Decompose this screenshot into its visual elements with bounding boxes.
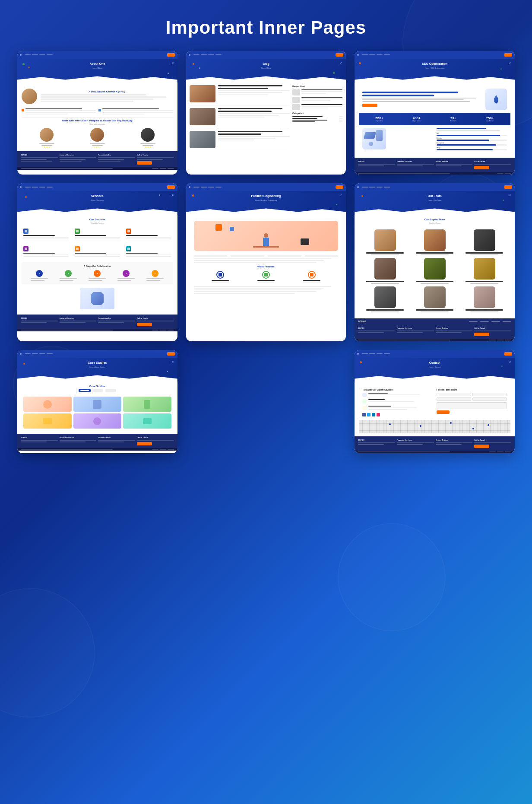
team-photo-3 [474,229,495,251]
form-submit-btn[interactable] [437,410,450,414]
footer-col-1: TOPKIE [21,154,58,165]
case-hero-subtitle: Home / Case Studies [22,366,173,368]
seo-content: 550+ Project Done 433+ Happy Clients 73+… [355,83,515,158]
team-avatar-2 [90,128,104,142]
team-section-subtitle: Meet the Team [359,222,510,224]
twitter-icon[interactable] [367,413,370,416]
step-3: 3 [89,270,106,282]
case-footer: TOPKIE Featured Services Recent Articles… [17,434,177,448]
pe-nav [186,183,346,191]
services-card: ↗ Services Home / Services Our Services … [17,183,177,341]
sidebar-post-1 [292,89,342,95]
service-seo [22,227,70,242]
map-marker-2 [420,425,421,427]
seo-nav-btn[interactable] [504,53,512,57]
blog-hero: ↗ Blog Home / Blog [186,59,346,83]
facebook-icon[interactable] [362,413,366,416]
team-card-1 [361,229,408,255]
seo-nav [355,51,515,59]
form-lastname[interactable] [472,393,507,396]
footer-col-3: Recent Articles [98,154,135,165]
service-ppc [22,245,70,260]
blog-info-2 [218,108,290,125]
wp-1 [212,271,229,283]
seo-award: SEO Marketing Development Design [359,125,510,154]
contact-hero: ↗ Contact Home / Contact [355,358,515,381]
pe-content: Work Process [186,215,346,300]
blog-thumb-3 [190,131,215,148]
footer-cta[interactable] [137,161,152,165]
services-nav-btn[interactable] [167,185,175,189]
case-nav-btn[interactable] [167,352,175,356]
blog-sidebar: Recent Post [292,85,342,154]
team-hero-arrow: ↗ [508,194,511,197]
about-nav-btn[interactable] [167,53,175,57]
stat-4: 750+ Team Member [486,116,494,122]
form-email[interactable] [437,397,471,401]
contact-info-title: Talk With Our Expert Advisors [362,388,433,391]
team-avatar-3 [141,128,155,142]
team-card-4 [361,258,408,284]
blog-nav [186,51,346,59]
form-phone[interactable] [472,397,507,401]
case-nav [17,350,177,358]
team-card-5 [411,258,458,284]
blog-card: ↗ Blog Home / Blog [186,51,346,175]
service-content [73,227,122,242]
team-section-title: Our Expert Team [359,218,510,221]
blog-nav-btn[interactable] [336,53,343,57]
services-hero: ↗ Services Home / Services [17,191,177,215]
pe-nav-btn[interactable] [336,185,343,189]
services-illustration [22,284,173,311]
team-nav-btn[interactable] [504,185,512,189]
seo-hero-subtitle: Home / SEO Optimization [359,67,510,69]
team-avatar-1 [40,128,54,142]
blog-main [190,85,290,154]
case-hero-title: Case Studies [22,361,173,364]
instagram-icon[interactable] [377,413,380,416]
phone-icon [362,399,367,404]
case-thumb-4 [23,413,72,429]
team-card-6 [461,258,508,284]
copyright [21,168,113,169]
sidebar-post-2 [292,97,342,103]
case-content: Case Studies [17,381,177,434]
team-photo-2 [424,229,446,251]
team-photo-7 [374,286,396,308]
pe-illustration [194,221,339,251]
team-card-3 [461,229,508,255]
filter-tab-marketing[interactable] [105,389,116,392]
steps-row: 1 2 3 4 [25,270,170,282]
case-thumb-3 [123,397,171,412]
service-web [124,245,173,260]
contact-address [362,406,433,411]
contact-map [359,420,510,433]
contact-nav [355,350,515,358]
team-footer-brand: TOPKIE [358,320,366,323]
linkedin-icon[interactable] [372,413,375,416]
footer-col-4: Call to Touch [137,154,174,165]
about-footer: TOPKIE Featured Services Recent Articles… [17,151,177,167]
contact-email [362,393,433,397]
team-card-8 [411,286,458,312]
form-firstname[interactable] [437,393,471,396]
contact-nav-btn[interactable] [504,352,512,356]
seo-card: ↗ SEO Optimization Home / SEO Optimizati… [355,51,515,175]
case-filter-tabs [22,389,173,392]
team-grid [359,227,510,315]
filter-tab-trending[interactable] [79,389,91,392]
pe-hero-subtitle: Home / Product Engineering [190,199,342,201]
form-message[interactable] [437,402,507,409]
case-footer-bottom [17,448,177,451]
service-email [73,245,122,260]
pe-hero-arrow: ↗ [339,194,342,197]
filter-tab-digital[interactable] [93,389,103,392]
contact-card: ↗ Contact Home / Contact Talk With Our E… [355,350,515,453]
blog-info-1 [218,85,290,102]
services-hero-subtitle: Home / Services [22,199,173,201]
seo-footer: TOPKIE Featured Services Recent Articles… [355,158,515,172]
recent-title: Recent Post [292,85,342,88]
cat-1 [292,116,342,117]
progress-bars: SEO Marketing Development Design [437,133,507,150]
seo-img [485,89,507,110]
